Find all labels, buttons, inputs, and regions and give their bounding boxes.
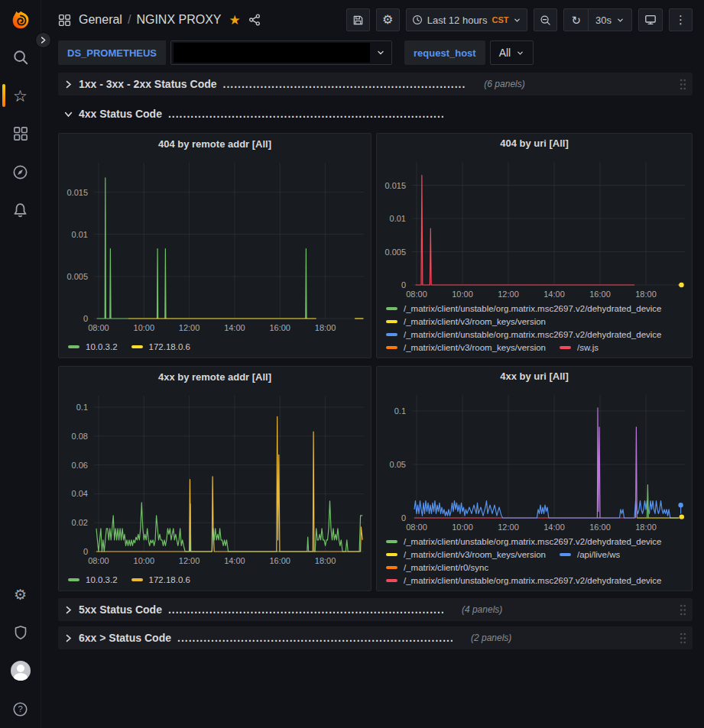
svg-text:08:00: 08:00 bbox=[406, 290, 427, 299]
svg-text:12:00: 12:00 bbox=[498, 523, 519, 532]
sidebar-item-profile[interactable] bbox=[0, 661, 41, 681]
legend-item[interactable]: /_matrix/client/v3/room_keys/version bbox=[386, 550, 546, 559]
panel-title[interactable]: 404 by uri [All] bbox=[377, 134, 692, 153]
time-range-picker[interactable]: Last 12 hours CST bbox=[406, 8, 528, 31]
chevron-down-icon bbox=[513, 16, 521, 24]
panel-title[interactable]: 4xx by remote addr [All] bbox=[59, 367, 371, 387]
svg-text:14:00: 14:00 bbox=[224, 323, 245, 332]
svg-text:0.015: 0.015 bbox=[67, 188, 88, 197]
panel-404-by-uri: 404 by uri [All] 08:0010:0012:0014:0016:… bbox=[376, 133, 693, 358]
sidebar-item-search[interactable] bbox=[0, 47, 41, 67]
legend-swatch bbox=[386, 346, 397, 349]
drag-dots-icon bbox=[680, 633, 686, 644]
legend-item[interactable]: 10.0.3.2 bbox=[68, 575, 118, 584]
share-icon[interactable] bbox=[248, 14, 261, 26]
row-header-5xx[interactable]: 5xx Status Code.........................… bbox=[58, 598, 693, 621]
refresh-interval-dropdown[interactable]: 30s bbox=[588, 9, 631, 31]
more-options-button[interactable]: ⋮ bbox=[669, 8, 693, 31]
svg-text:?: ? bbox=[18, 704, 22, 713]
legend-item[interactable]: /_matrix/client/unstable/org.matrix.msc2… bbox=[386, 537, 662, 546]
chart-legend: /_matrix/client/unstable/org.matrix.msc2… bbox=[377, 535, 692, 590]
gear-icon: ⚙ bbox=[382, 14, 393, 26]
legend-item[interactable]: 172.18.0.6 bbox=[131, 342, 190, 351]
row-header-1xx-3xx-2xx[interactable]: 1xx - 3xx - 2xx Status Code.............… bbox=[58, 73, 693, 95]
save-dashboard-button[interactable] bbox=[346, 8, 370, 31]
legend-label: /sw.js bbox=[577, 343, 599, 352]
row-drag-handle[interactable] bbox=[680, 633, 686, 644]
legend-swatch bbox=[386, 579, 397, 582]
star-outline-icon: ☆ bbox=[13, 88, 28, 104]
legend-item[interactable]: /_matrix/client/r0/sync bbox=[386, 563, 488, 572]
variable-value-ds-prometheus[interactable] bbox=[170, 40, 392, 65]
legend-item[interactable]: /_matrix/client/unstable/org.matrix.msc2… bbox=[386, 304, 662, 313]
sidebar-item-configuration[interactable]: ⚙ bbox=[0, 584, 41, 604]
shield-icon bbox=[13, 625, 28, 640]
sidebar-item-help[interactable]: ? bbox=[0, 699, 41, 719]
row-panel-count: (6 panels) bbox=[484, 79, 524, 89]
timezone-badge: CST bbox=[492, 15, 508, 24]
chart-legend: 10.0.3.2172.18.0.6 bbox=[59, 341, 371, 358]
favorite-star-icon[interactable]: ★ bbox=[229, 14, 241, 27]
svg-text:10:00: 10:00 bbox=[452, 290, 473, 299]
grafana-logo[interactable] bbox=[8, 8, 34, 34]
panels-grid: 404 by remote addr [All] 08:0010:0012:00… bbox=[58, 133, 693, 591]
legend-item[interactable]: /_matrix/client/v3/room_keys/version bbox=[386, 343, 546, 352]
row-header-6xx[interactable]: 6xx > Status Code.......................… bbox=[58, 626, 693, 649]
kebab-icon: ⋮ bbox=[675, 13, 686, 27]
time-series-chart[interactable]: 08:0010:0012:0014:0016:0018:0000.0050.01… bbox=[377, 153, 692, 303]
dashboard-settings-button[interactable]: ⚙ bbox=[376, 8, 400, 31]
sidebar-item-starred[interactable]: ☆ bbox=[0, 86, 41, 105]
legend-label: /_matrix/client/v3/room_keys/version bbox=[404, 550, 546, 559]
legend-swatch bbox=[131, 578, 143, 581]
row-drag-handle[interactable] bbox=[680, 79, 686, 90]
row-title-dots: ........................................… bbox=[223, 78, 466, 90]
row-header-4xx[interactable]: 4xx Status Code.........................… bbox=[58, 102, 693, 125]
legend-swatch bbox=[386, 540, 397, 543]
apps-grid-icon[interactable] bbox=[58, 14, 71, 27]
legend-label: 172.18.0.6 bbox=[149, 575, 190, 584]
sidebar-item-server-admin[interactable] bbox=[0, 623, 41, 642]
svg-text:08:00: 08:00 bbox=[406, 523, 427, 532]
time-series-chart[interactable]: 08:0010:0012:0014:0016:0018:0000.050.1 bbox=[377, 386, 692, 535]
svg-text:0.04: 0.04 bbox=[72, 489, 88, 498]
legend-item[interactable]: /_matrix/client/unstable/org.matrix.msc2… bbox=[386, 576, 662, 585]
legend-item[interactable]: 10.0.3.2 bbox=[68, 342, 118, 351]
row-title: 4xx Status Code bbox=[79, 108, 162, 120]
time-series-chart[interactable]: 08:0010:0012:0014:0016:0018:0000.020.040… bbox=[59, 387, 371, 568]
svg-text:14:00: 14:00 bbox=[543, 290, 565, 299]
legend-swatch bbox=[386, 553, 397, 556]
svg-text:18:00: 18:00 bbox=[635, 290, 657, 299]
legend-item[interactable]: /_matrix/client/v3/room_keys/version bbox=[386, 317, 546, 326]
row-drag-handle[interactable] bbox=[680, 604, 686, 616]
chevron-down-icon bbox=[64, 110, 73, 118]
time-series-chart[interactable]: 08:0010:0012:0014:0016:0018:0000.0050.01… bbox=[59, 154, 371, 335]
row-panel-count: (4 panels) bbox=[462, 604, 502, 615]
zoom-out-time-button[interactable] bbox=[534, 8, 557, 31]
sidebar-expand-button[interactable] bbox=[35, 32, 51, 48]
panel-title[interactable]: 4xx by uri [All] bbox=[377, 367, 692, 386]
panel-4xx-by-remote-addr: 4xx by remote addr [All] 08:0010:0012:00… bbox=[58, 366, 371, 591]
svg-text:16:00: 16:00 bbox=[589, 290, 611, 299]
legend-item[interactable]: /_matrix/client/unstable/org.matrix.msc2… bbox=[386, 330, 662, 339]
drag-dots-icon bbox=[680, 79, 686, 90]
gear-icon: ⚙ bbox=[14, 587, 27, 602]
svg-text:0.02: 0.02 bbox=[72, 518, 88, 527]
breadcrumb-folder[interactable]: General bbox=[79, 13, 122, 27]
legend-item[interactable]: /sw.js bbox=[560, 343, 599, 352]
legend-item[interactable]: 172.18.0.6 bbox=[131, 575, 190, 584]
svg-text:0.015: 0.015 bbox=[384, 181, 406, 190]
svg-text:14:00: 14:00 bbox=[224, 556, 245, 565]
sidebar-item-explore[interactable] bbox=[0, 162, 41, 182]
refresh-button[interactable]: ↻ bbox=[564, 9, 588, 31]
variables-bar: DS_PROMETHEUS request_host All bbox=[58, 40, 693, 65]
legend-item[interactable]: /api/live/ws bbox=[560, 550, 620, 559]
variable-value-request-host[interactable]: All bbox=[490, 40, 534, 65]
sidebar-item-alerting[interactable] bbox=[0, 200, 41, 220]
sidebar-item-dashboards[interactable] bbox=[0, 124, 41, 144]
active-indicator bbox=[2, 84, 5, 107]
tv-mode-button[interactable] bbox=[638, 8, 663, 31]
breadcrumb-dashboard-title[interactable]: NGINX PROXY bbox=[136, 13, 221, 27]
svg-text:0.005: 0.005 bbox=[67, 272, 88, 281]
panel-title[interactable]: 404 by remote addr [All] bbox=[59, 134, 371, 154]
svg-text:10:00: 10:00 bbox=[134, 323, 155, 332]
